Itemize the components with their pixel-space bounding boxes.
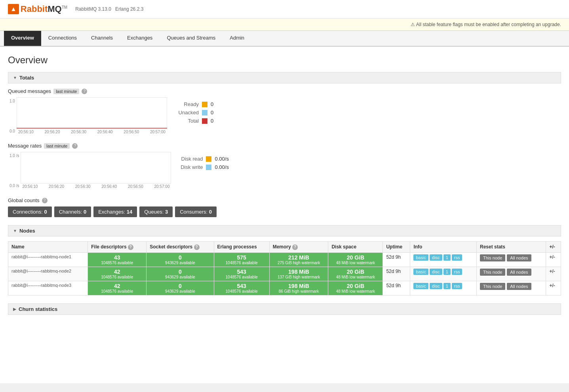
chart2-container: 20:56:10 20:56:20 20:56:30 20:56:40 20:5… bbox=[21, 152, 171, 189]
node-socket-desc: 0943629 available bbox=[147, 267, 214, 281]
info-badge-basic[interactable]: basic bbox=[413, 269, 428, 275]
global-counts-section: Global counts ? Connections: 0 Channels:… bbox=[8, 197, 561, 217]
node-erlang-procs: 5751048576 available bbox=[214, 252, 269, 267]
global-counts-help-icon[interactable]: ? bbox=[42, 198, 48, 203]
node-file-desc: 431048576 available bbox=[88, 252, 147, 267]
total-color bbox=[202, 118, 207, 124]
file-desc-help[interactable]: ? bbox=[128, 244, 133, 250]
logo: ▲ RabbitMQTM bbox=[8, 4, 67, 14]
node-info: basicdisc1rss bbox=[410, 252, 477, 267]
nav-item-admin[interactable]: Admin bbox=[223, 31, 251, 46]
nav-item-connections[interactable]: Connections bbox=[41, 31, 84, 46]
logo-tm: TM bbox=[62, 5, 67, 9]
reset-btn-this-node[interactable]: This node bbox=[480, 254, 505, 261]
node-name-cell: rabbit@i---------rabbitmq-node3 bbox=[8, 281, 88, 295]
count-buttons: Connections: 0 Channels: 0 Exchanges: 14… bbox=[8, 206, 561, 217]
main-content: Overview ▼ Totals Queued messages last m… bbox=[0, 47, 569, 383]
info-badge-1[interactable]: 1 bbox=[443, 254, 451, 261]
disk-read-color bbox=[206, 156, 211, 162]
queued-chart-row: 1.0 0.0 20:56:10 2 bbox=[8, 97, 561, 135]
queues-count-btn[interactable]: Queues: 3 bbox=[139, 206, 173, 217]
col-uptime: Uptime bbox=[383, 242, 410, 253]
rates-badge[interactable]: last minute bbox=[44, 143, 70, 149]
exchanges-count-btn[interactable]: Exchanges: 14 bbox=[93, 206, 137, 217]
churn-header[interactable]: ▶ Churn statistics bbox=[8, 304, 561, 314]
global-counts-label: Global counts ? bbox=[8, 197, 561, 203]
node-disk: 20 GiB48 MiB low watermark bbox=[328, 281, 383, 295]
nav-item-overview[interactable]: Overview bbox=[4, 31, 41, 46]
node-uptime: 52d 9h bbox=[383, 281, 410, 295]
connections-count-btn[interactable]: Connections: 0 bbox=[8, 206, 52, 217]
nav: Overview Connections Channels Exchanges … bbox=[0, 31, 569, 47]
node-plus-minus[interactable]: +/- bbox=[546, 267, 561, 281]
table-row: rabbit@i---------rabbitmq-node1431048576… bbox=[8, 252, 561, 267]
nav-item-exchanges[interactable]: Exchanges bbox=[120, 31, 160, 46]
reset-btn-all-nodes[interactable]: All nodes bbox=[507, 283, 531, 290]
node-reset-stats: This nodeAll nodes bbox=[477, 252, 546, 267]
nav-item-channels[interactable]: Channels bbox=[84, 31, 120, 46]
info-badge-disc[interactable]: disc bbox=[430, 254, 442, 261]
reset-btn-all-nodes[interactable]: All nodes bbox=[507, 254, 531, 261]
col-memory: Memory ? bbox=[269, 242, 328, 253]
rates-chart-row: 1.0 /s 0.0 /s 20:56:10 20:56:20 20:56: bbox=[8, 152, 561, 189]
unacked-color bbox=[202, 110, 207, 116]
node-file-desc: 421048576 available bbox=[88, 281, 147, 295]
reset-btn-all-nodes[interactable]: All nodes bbox=[507, 269, 531, 276]
queued-badge[interactable]: last minute bbox=[53, 89, 79, 94]
consumers-count-btn[interactable]: Consumers: 0 bbox=[175, 206, 217, 217]
logo-text: RabbitMQTM bbox=[21, 4, 67, 14]
svg-rect-0 bbox=[17, 97, 167, 129]
node-info: basicdisc1rss bbox=[410, 281, 477, 295]
node-memory: 212 MiB275 GiB high watermark bbox=[269, 252, 328, 267]
node-uptime: 52d 9h bbox=[383, 267, 410, 281]
col-socket-desc: Socket descriptors ? bbox=[147, 242, 214, 253]
node-info: basicdisc1rss bbox=[410, 267, 477, 281]
memory-help[interactable]: ? bbox=[292, 244, 298, 250]
node-name-cell: rabbit@i---------rabbitmq-node2 bbox=[8, 267, 88, 281]
legend-unacked: Unacked 0 bbox=[175, 110, 238, 116]
nodes-section: ▼ Nodes Name File descriptors ? Socket d… bbox=[8, 225, 561, 295]
message-rates-label: Message rates last minute ? bbox=[8, 143, 561, 149]
table-row: rabbit@i---------rabbitmq-node2421048576… bbox=[8, 267, 561, 281]
table-header-row: Name File descriptors ? Socket descripto… bbox=[8, 242, 561, 253]
chart2-wrapper: 1.0 /s 0.0 /s 20:56:10 20:56:20 20:56: bbox=[8, 152, 171, 189]
node-reset-stats: This nodeAll nodes bbox=[477, 281, 546, 295]
chart2-canvas bbox=[21, 152, 171, 184]
chart1-wrapper: 1.0 0.0 20:56:10 2 bbox=[8, 97, 167, 135]
totals-label: Totals bbox=[19, 75, 34, 81]
erlang-version: Erlang 26.2.3 bbox=[115, 6, 143, 12]
reset-btn-this-node[interactable]: This node bbox=[480, 269, 505, 276]
col-file-desc: File descriptors ? bbox=[88, 242, 147, 253]
node-plus-minus[interactable]: +/- bbox=[546, 252, 561, 267]
nodes-label: Nodes bbox=[19, 228, 35, 234]
rates-help-icon[interactable]: ? bbox=[72, 143, 78, 149]
info-badge-basic[interactable]: basic bbox=[413, 283, 428, 289]
info-badge-1[interactable]: 1 bbox=[443, 283, 451, 289]
chart1-legend: Ready 0 Unacked 0 Total 0 bbox=[175, 97, 238, 124]
chart1-canvas bbox=[17, 97, 167, 129]
info-badge-rss[interactable]: rss bbox=[452, 254, 462, 261]
chart2-y-labels: 1.0 /s 0.0 /s bbox=[8, 152, 21, 189]
node-socket-desc: 0943629 available bbox=[147, 252, 214, 267]
nodes-section-header[interactable]: ▼ Nodes bbox=[8, 225, 561, 237]
node-plus-minus[interactable]: +/- bbox=[546, 281, 561, 295]
reset-btn-this-node[interactable]: This node bbox=[480, 283, 505, 290]
warning-banner: ⚠ All stable feature flags must be enabl… bbox=[0, 19, 569, 31]
legend-total: Total 0 bbox=[175, 118, 238, 124]
info-badge-disc[interactable]: disc bbox=[430, 269, 442, 275]
nav-item-queues[interactable]: Queues and Streams bbox=[160, 31, 223, 46]
totals-section: ▼ Totals Queued messages last minute ? 1… bbox=[8, 72, 561, 189]
info-badge-rss[interactable]: rss bbox=[452, 283, 462, 289]
queued-messages-label: Queued messages last minute ? bbox=[8, 88, 561, 94]
node-memory: 198 MiB137 GiB high watermark bbox=[269, 267, 328, 281]
channels-count-btn[interactable]: Channels: 0 bbox=[54, 206, 91, 217]
churn-section: ▶ Churn statistics bbox=[8, 303, 561, 315]
socket-desc-help[interactable]: ? bbox=[194, 244, 200, 250]
queued-help-icon[interactable]: ? bbox=[82, 89, 87, 94]
info-badge-rss[interactable]: rss bbox=[452, 269, 462, 275]
version-info: RabbitMQ 3.13.0 Erlang 26.2.3 bbox=[75, 6, 143, 12]
info-badge-1[interactable]: 1 bbox=[443, 269, 451, 275]
info-badge-disc[interactable]: disc bbox=[430, 283, 442, 289]
totals-section-header[interactable]: ▼ Totals bbox=[8, 72, 561, 83]
info-badge-basic[interactable]: basic bbox=[413, 254, 428, 261]
